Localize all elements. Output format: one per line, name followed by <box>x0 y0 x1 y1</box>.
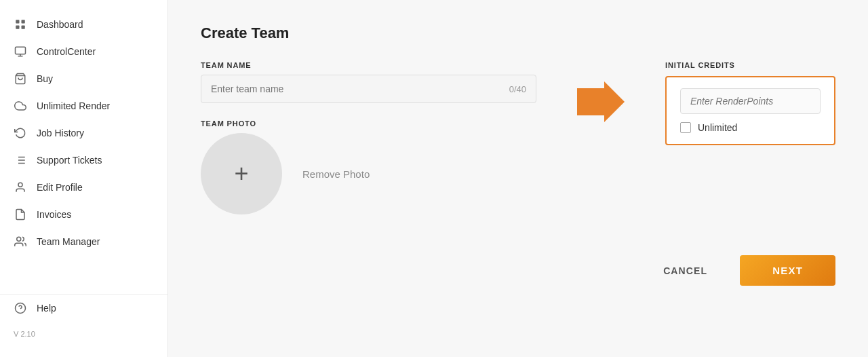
sidebar-item-control-center-label: ControlCenter <box>37 46 96 57</box>
next-button[interactable]: NEXT <box>740 255 835 286</box>
history-icon <box>14 126 27 140</box>
cancel-button[interactable]: CANCEL <box>650 257 721 284</box>
unlimited-row: Unlimited <box>680 122 821 133</box>
svg-rect-4 <box>16 47 26 54</box>
render-points-input[interactable] <box>680 88 821 114</box>
help-section: Help V 2.10 <box>0 294 167 346</box>
user-edit-icon <box>14 181 27 194</box>
arrow-area <box>577 61 625 122</box>
form-left: TEAM NAME 0/40 TEAM PHOTO + Remove Photo <box>201 61 536 214</box>
sidebar-item-edit-profile-label: Edit Profile <box>37 182 83 193</box>
footer-actions: CANCEL NEXT <box>201 255 835 286</box>
add-photo-icon: + <box>234 162 248 186</box>
sidebar-item-invoices-label: Invoices <box>37 209 71 220</box>
list-icon <box>14 153 27 167</box>
svg-rect-0 <box>16 20 19 23</box>
photo-upload-circle[interactable]: + <box>201 133 282 214</box>
team-name-counter: 0/40 <box>509 84 526 94</box>
form-layout: TEAM NAME 0/40 TEAM PHOTO + Remove Photo… <box>201 61 835 214</box>
unlimited-checkbox[interactable] <box>680 122 691 133</box>
svg-point-12 <box>18 183 22 187</box>
svg-rect-3 <box>22 26 25 29</box>
svg-rect-1 <box>22 20 25 23</box>
svg-marker-16 <box>577 81 625 122</box>
team-photo-label: TEAM PHOTO <box>201 119 536 128</box>
monitor-icon <box>14 45 27 58</box>
sidebar-item-team-manager-label: Team Manager <box>37 236 100 247</box>
main-content: Create Team TEAM NAME 0/40 TEAM PHOTO + … <box>168 0 868 357</box>
svg-rect-2 <box>16 26 19 29</box>
sidebar-item-control-center[interactable]: ControlCenter <box>0 38 167 65</box>
sidebar-item-unlimited-render[interactable]: Unlimited Render <box>0 92 167 119</box>
cloud-icon <box>14 99 27 113</box>
users-icon <box>14 235 27 248</box>
file-icon <box>14 208 27 221</box>
remove-photo-button[interactable]: Remove Photo <box>302 168 370 180</box>
svg-point-13 <box>17 237 21 241</box>
sidebar-item-support-tickets[interactable]: Support Tickets <box>0 147 167 174</box>
sidebar-item-edit-profile[interactable]: Edit Profile <box>0 174 167 201</box>
version-label: V 2.10 <box>0 322 167 346</box>
help-icon <box>14 301 27 315</box>
initial-credits-label: INITIAL CREDITS <box>665 61 835 69</box>
sidebar-item-support-tickets-label: Support Tickets <box>37 155 102 166</box>
sidebar-item-help[interactable]: Help <box>0 295 167 322</box>
sidebar: Dashboard ControlCenter Buy Unlimited Re… <box>0 0 168 357</box>
cart-icon <box>14 72 27 86</box>
initial-credits-box: Unlimited <box>665 76 835 145</box>
team-name-input[interactable] <box>201 75 536 102</box>
sidebar-item-buy-label: Buy <box>37 73 53 84</box>
sidebar-item-buy[interactable]: Buy <box>0 65 167 92</box>
sidebar-item-help-label: Help <box>37 303 56 314</box>
team-name-input-wrapper: 0/40 <box>201 75 536 103</box>
sidebar-item-dashboard[interactable]: Dashboard <box>0 11 167 38</box>
unlimited-label: Unlimited <box>698 122 737 133</box>
grid-icon <box>14 18 27 31</box>
sidebar-item-invoices[interactable]: Invoices <box>0 201 167 228</box>
sidebar-item-unlimited-render-label: Unlimited Render <box>37 100 110 111</box>
sidebar-item-team-manager[interactable]: Team Manager <box>0 228 167 255</box>
sidebar-item-job-history[interactable]: Job History <box>0 119 167 147</box>
initial-credits-section: INITIAL CREDITS Unlimited <box>665 61 835 145</box>
sidebar-item-job-history-label: Job History <box>37 128 84 138</box>
photo-area: + Remove Photo <box>201 133 536 214</box>
orange-arrow-icon <box>577 81 625 122</box>
team-name-label: TEAM NAME <box>201 61 536 69</box>
page-title: Create Team <box>201 24 835 42</box>
sidebar-item-dashboard-label: Dashboard <box>37 19 83 30</box>
